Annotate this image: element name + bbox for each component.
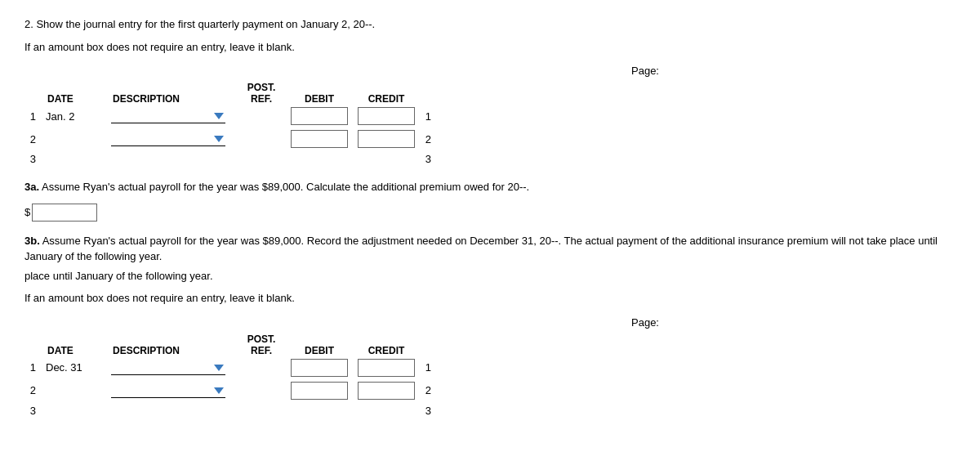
row3-number: 3 [24, 150, 41, 168]
q3b-row2-number: 2 [24, 379, 41, 402]
dollar-sign: $ [24, 206, 30, 218]
row2-debit-cell [286, 128, 353, 150]
q3b-row1-post [237, 356, 286, 379]
question2-text: 2. Show the journal entry for the first … [24, 16, 956, 33]
row2-desc [106, 128, 237, 150]
q3b-row1-desc [106, 356, 237, 379]
question2-instruction: If an amount box does not require an ent… [24, 39, 956, 56]
row1-end-number: 1 [420, 105, 436, 128]
q3b-row1-number: 1 [24, 356, 41, 379]
q3b-row3-debit-cell [286, 402, 353, 419]
question3b-continued: place until January of the following yea… [24, 268, 956, 284]
row1-debit-cell [286, 105, 353, 128]
question3b-body: Assume Ryan's actual payroll for the yea… [24, 235, 938, 263]
q3b-row2-debit-cell [286, 379, 353, 402]
q3b-row3-post [237, 402, 286, 419]
row1-credit-cell [353, 105, 420, 128]
row2-number: 2 [24, 128, 41, 150]
row2-credit-cell [353, 128, 420, 150]
q3b-row3-desc [106, 402, 237, 419]
row3-desc [106, 150, 237, 168]
q3b-header-debit: DEBIT [286, 332, 353, 356]
row3-debit-cell [286, 150, 353, 168]
q3b-row3-credit-cell [353, 402, 420, 419]
row3-post [237, 150, 286, 168]
q3b-row3-date [41, 402, 106, 419]
q3b-row2-credit-input[interactable] [358, 382, 415, 400]
row1-number: 1 [24, 105, 41, 128]
row2-date [41, 128, 106, 150]
row1-dropdown-arrow[interactable] [212, 110, 225, 123]
q2-header-post: POST.REF. [237, 80, 286, 105]
table-row: 1 Dec. 31 1 [24, 356, 436, 379]
q3b-row2-desc [106, 379, 237, 402]
row1-date: Jan. 2 [41, 105, 106, 128]
question3a-text: 3a. Assume Ryan's actual payroll for the… [24, 179, 956, 195]
q3b-row2-date [41, 379, 106, 402]
q3b-row3-number: 3 [24, 402, 41, 419]
q3b-header-post: POST.REF. [237, 332, 286, 356]
q3b-row2-dropdown-arrow[interactable] [212, 384, 225, 397]
table-row: 1 Jan. 2 1 [24, 105, 436, 128]
row1-post [237, 105, 286, 128]
q3b-row3-end-number: 3 [420, 402, 436, 419]
q3b-row2-debit-input[interactable] [291, 382, 348, 400]
question3b-instruction: If an amount box does not require an ent… [24, 290, 956, 307]
q3b-header-date: DATE [41, 332, 106, 356]
q2-header-description: DESCRIPTION [106, 80, 237, 105]
q3b-row1-debit-input[interactable] [291, 359, 348, 377]
row1-desc [106, 105, 237, 128]
row2-end-number: 2 [420, 128, 436, 150]
q3b-row2-post [237, 379, 286, 402]
q2-header-credit: CREDIT [353, 80, 420, 105]
question2-page-label: Page: [335, 65, 956, 77]
question3a-input-row: $ [24, 204, 956, 222]
q3b-row1-date: Dec. 31 [41, 356, 106, 379]
row3-end-number: 3 [420, 150, 436, 168]
row1-debit-input[interactable] [291, 107, 348, 125]
q2-header-debit: DEBIT [286, 80, 353, 105]
q3b-row1-debit-cell [286, 356, 353, 379]
table-row: 3 3 [24, 402, 436, 419]
question2-journal-table: DATE DESCRIPTION POST.REF. DEBIT CREDIT … [24, 80, 436, 168]
q3b-row1-credit-input[interactable] [358, 359, 415, 377]
q3b-row1-credit-cell [353, 356, 420, 379]
table-row: 2 2 [24, 128, 436, 150]
question3b-section: 3b. Assume Ryan's actual payroll for the… [24, 233, 956, 284]
q3b-row2-end-number: 2 [420, 379, 436, 402]
q3b-row1-end-number: 1 [420, 356, 436, 379]
table-row: 3 3 [24, 150, 436, 168]
question3a-section: 3a. Assume Ryan's actual payroll for the… [24, 179, 956, 195]
row1-credit-input[interactable] [358, 107, 415, 125]
question3a-amount-input[interactable] [32, 204, 97, 222]
q2-header-date: DATE [41, 80, 106, 105]
question3b-page-label: Page: [335, 316, 956, 329]
question3a-body: Assume Ryan's actual payroll for the yea… [42, 181, 529, 193]
row2-dropdown-arrow[interactable] [212, 132, 225, 145]
question3b-journal-table: DATE DESCRIPTION POST.REF. DEBIT CREDIT … [24, 332, 436, 419]
row3-date [41, 150, 106, 168]
q3b-row1-dropdown-arrow[interactable] [212, 361, 225, 374]
row2-debit-input[interactable] [291, 130, 348, 148]
question3b-text: 3b. Assume Ryan's actual payroll for the… [24, 233, 956, 265]
row2-credit-input[interactable] [358, 130, 415, 148]
q3b-header-credit: CREDIT [353, 332, 420, 356]
table-row: 2 2 [24, 379, 436, 402]
q3b-row2-credit-cell [353, 379, 420, 402]
row3-credit-cell [353, 150, 420, 168]
row2-post [237, 128, 286, 150]
q3b-header-description: DESCRIPTION [106, 332, 237, 356]
